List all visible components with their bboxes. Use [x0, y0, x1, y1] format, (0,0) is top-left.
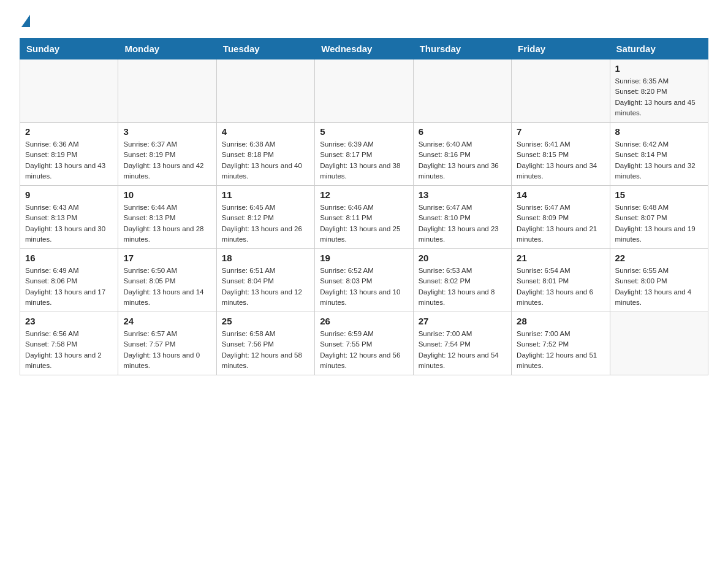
calendar-week-row: 1Sunrise: 6:35 AM Sunset: 8:20 PM Daylig…: [20, 59, 708, 123]
day-info: Sunrise: 6:51 AM Sunset: 8:04 PM Dayligh…: [222, 266, 309, 308]
calendar-cell: 19Sunrise: 6:52 AM Sunset: 8:03 PM Dayli…: [315, 249, 413, 312]
calendar-cell: 6Sunrise: 6:40 AM Sunset: 8:16 PM Daylig…: [413, 123, 511, 186]
day-number: 15: [615, 190, 703, 200]
calendar-cell: 9Sunrise: 6:43 AM Sunset: 8:13 PM Daylig…: [20, 186, 118, 249]
calendar-table: SundayMondayTuesdayWednesdayThursdayFrid…: [20, 38, 708, 375]
day-number: 19: [320, 253, 408, 263]
calendar-cell: 23Sunrise: 6:56 AM Sunset: 7:58 PM Dayli…: [20, 312, 118, 375]
day-number: 4: [222, 126, 309, 137]
day-number: 16: [25, 253, 113, 263]
day-info: Sunrise: 6:49 AM Sunset: 8:06 PM Dayligh…: [25, 266, 113, 308]
calendar-cell: 24Sunrise: 6:57 AM Sunset: 7:57 PM Dayli…: [118, 312, 216, 375]
calendar-cell: 12Sunrise: 6:46 AM Sunset: 8:11 PM Dayli…: [315, 186, 413, 249]
day-info: Sunrise: 6:53 AM Sunset: 8:02 PM Dayligh…: [419, 266, 506, 308]
calendar-cell: [610, 312, 708, 375]
day-number: 3: [123, 126, 211, 137]
calendar-week-row: 16Sunrise: 6:49 AM Sunset: 8:06 PM Dayli…: [20, 249, 708, 312]
logo: [20, 15, 30, 28]
day-number: 8: [615, 126, 703, 137]
day-number: 1: [615, 63, 703, 74]
day-number: 9: [25, 190, 113, 200]
calendar-cell: 3Sunrise: 6:37 AM Sunset: 8:19 PM Daylig…: [118, 123, 216, 186]
day-number: 26: [320, 316, 408, 326]
day-number: 23: [25, 316, 113, 326]
day-number: 11: [222, 190, 309, 200]
calendar-cell: 2Sunrise: 6:36 AM Sunset: 8:19 PM Daylig…: [20, 123, 118, 186]
day-info: Sunrise: 6:54 AM Sunset: 8:01 PM Dayligh…: [517, 266, 604, 308]
day-info: Sunrise: 6:59 AM Sunset: 7:55 PM Dayligh…: [320, 329, 408, 371]
day-info: Sunrise: 6:37 AM Sunset: 8:19 PM Dayligh…: [123, 139, 211, 182]
calendar-cell: [118, 59, 216, 123]
calendar-cell: 10Sunrise: 6:44 AM Sunset: 8:13 PM Dayli…: [118, 186, 216, 249]
day-number: 10: [123, 190, 211, 200]
calendar-cell: 17Sunrise: 6:50 AM Sunset: 8:05 PM Dayli…: [118, 249, 216, 312]
column-header-saturday: Saturday: [610, 39, 708, 59]
calendar-cell: 15Sunrise: 6:48 AM Sunset: 8:07 PM Dayli…: [610, 186, 708, 249]
day-info: Sunrise: 6:41 AM Sunset: 8:15 PM Dayligh…: [517, 139, 604, 182]
day-info: Sunrise: 6:44 AM Sunset: 8:13 PM Dayligh…: [123, 202, 211, 245]
calendar-cell: [413, 59, 511, 123]
day-info: Sunrise: 6:39 AM Sunset: 8:17 PM Dayligh…: [320, 139, 408, 182]
day-number: 22: [615, 253, 703, 263]
day-number: 18: [222, 253, 309, 263]
day-info: Sunrise: 6:38 AM Sunset: 8:18 PM Dayligh…: [222, 139, 309, 182]
day-number: 21: [517, 253, 604, 263]
day-info: Sunrise: 6:56 AM Sunset: 7:58 PM Dayligh…: [25, 329, 113, 371]
calendar-cell: [20, 59, 118, 123]
day-number: 28: [517, 316, 604, 326]
logo-triangle-icon: [21, 15, 30, 27]
day-number: 2: [25, 126, 113, 137]
calendar-cell: 16Sunrise: 6:49 AM Sunset: 8:06 PM Dayli…: [20, 249, 118, 312]
calendar-cell: 25Sunrise: 6:58 AM Sunset: 7:56 PM Dayli…: [216, 312, 314, 375]
day-info: Sunrise: 6:50 AM Sunset: 8:05 PM Dayligh…: [123, 266, 211, 308]
calendar-cell: 14Sunrise: 6:47 AM Sunset: 8:09 PM Dayli…: [512, 186, 610, 249]
calendar-cell: 28Sunrise: 7:00 AM Sunset: 7:52 PM Dayli…: [512, 312, 610, 375]
day-info: Sunrise: 6:46 AM Sunset: 8:11 PM Dayligh…: [320, 202, 408, 245]
day-info: Sunrise: 7:00 AM Sunset: 7:52 PM Dayligh…: [517, 329, 604, 371]
column-header-thursday: Thursday: [413, 39, 511, 59]
calendar-cell: [512, 59, 610, 123]
calendar-cell: 20Sunrise: 6:53 AM Sunset: 8:02 PM Dayli…: [413, 249, 511, 312]
column-header-tuesday: Tuesday: [216, 39, 314, 59]
calendar-cell: [315, 59, 413, 123]
column-header-sunday: Sunday: [20, 39, 118, 59]
column-header-wednesday: Wednesday: [315, 39, 413, 59]
calendar-cell: 21Sunrise: 6:54 AM Sunset: 8:01 PM Dayli…: [512, 249, 610, 312]
day-number: 27: [419, 316, 506, 326]
calendar-week-row: 9Sunrise: 6:43 AM Sunset: 8:13 PM Daylig…: [20, 186, 708, 249]
day-info: Sunrise: 6:45 AM Sunset: 8:12 PM Dayligh…: [222, 202, 309, 245]
column-header-monday: Monday: [118, 39, 216, 59]
day-number: 14: [517, 190, 604, 200]
day-info: Sunrise: 6:43 AM Sunset: 8:13 PM Dayligh…: [25, 202, 113, 245]
day-number: 5: [320, 126, 408, 137]
day-number: 25: [222, 316, 309, 326]
day-number: 24: [123, 316, 211, 326]
calendar-cell: 1Sunrise: 6:35 AM Sunset: 8:20 PM Daylig…: [610, 59, 708, 123]
day-info: Sunrise: 6:57 AM Sunset: 7:57 PM Dayligh…: [123, 329, 211, 371]
day-info: Sunrise: 6:36 AM Sunset: 8:19 PM Dayligh…: [25, 139, 113, 182]
day-info: Sunrise: 6:35 AM Sunset: 8:20 PM Dayligh…: [615, 76, 703, 118]
day-number: 17: [123, 253, 211, 263]
day-info: Sunrise: 6:48 AM Sunset: 8:07 PM Dayligh…: [615, 202, 703, 245]
calendar-cell: 7Sunrise: 6:41 AM Sunset: 8:15 PM Daylig…: [512, 123, 610, 186]
calendar-cell: 5Sunrise: 6:39 AM Sunset: 8:17 PM Daylig…: [315, 123, 413, 186]
page-header: [20, 15, 708, 28]
column-header-friday: Friday: [512, 39, 610, 59]
calendar-header-row: SundayMondayTuesdayWednesdayThursdayFrid…: [20, 39, 708, 59]
calendar-week-row: 23Sunrise: 6:56 AM Sunset: 7:58 PM Dayli…: [20, 312, 708, 375]
calendar-cell: 8Sunrise: 6:42 AM Sunset: 8:14 PM Daylig…: [610, 123, 708, 186]
calendar-cell: 26Sunrise: 6:59 AM Sunset: 7:55 PM Dayli…: [315, 312, 413, 375]
day-info: Sunrise: 7:00 AM Sunset: 7:54 PM Dayligh…: [419, 329, 506, 371]
calendar-cell: 27Sunrise: 7:00 AM Sunset: 7:54 PM Dayli…: [413, 312, 511, 375]
day-number: 7: [517, 126, 604, 137]
calendar-week-row: 2Sunrise: 6:36 AM Sunset: 8:19 PM Daylig…: [20, 123, 708, 186]
day-info: Sunrise: 6:55 AM Sunset: 8:00 PM Dayligh…: [615, 266, 703, 308]
calendar-cell: 13Sunrise: 6:47 AM Sunset: 8:10 PM Dayli…: [413, 186, 511, 249]
day-info: Sunrise: 6:47 AM Sunset: 8:09 PM Dayligh…: [517, 202, 604, 245]
day-number: 13: [419, 190, 506, 200]
day-info: Sunrise: 6:58 AM Sunset: 7:56 PM Dayligh…: [222, 329, 309, 371]
day-number: 12: [320, 190, 408, 200]
day-number: 6: [419, 126, 506, 137]
calendar-cell: 4Sunrise: 6:38 AM Sunset: 8:18 PM Daylig…: [216, 123, 314, 186]
calendar-cell: 11Sunrise: 6:45 AM Sunset: 8:12 PM Dayli…: [216, 186, 314, 249]
